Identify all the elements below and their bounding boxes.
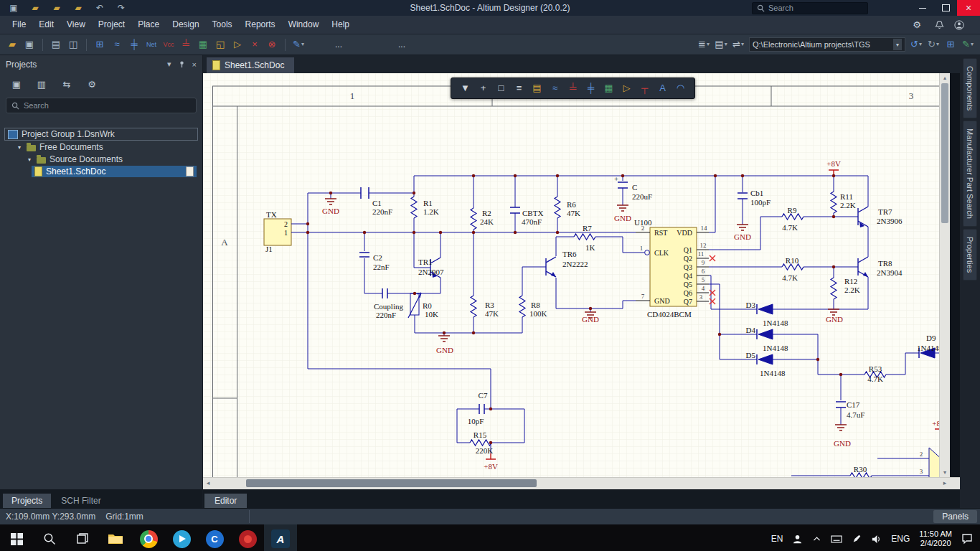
select-area-icon[interactable]: □: [494, 80, 508, 97]
vertical-scroll-thumb[interactable]: [941, 83, 948, 223]
tree-item-project-group[interactable]: Project Group 1.DsnWrk: [4, 128, 198, 141]
tree-item-source-documents[interactable]: ▾ Source Documents: [4, 154, 198, 165]
sheet-symbol-icon[interactable]: ◱: [212, 36, 228, 53]
telegram-button[interactable]: [165, 524, 198, 551]
tree-item-sheet1-schdoc[interactable]: Sheet1.SchDoc: [32, 166, 197, 177]
compare-icon[interactable]: ⇆: [59, 76, 75, 93]
red-app-button[interactable]: [231, 524, 264, 551]
minimize-button[interactable]: [911, 0, 934, 16]
action-center-icon[interactable]: [961, 533, 973, 545]
back-icon[interactable]: ↺▾: [908, 36, 924, 53]
compile-mask-icon[interactable]: ⊗: [264, 36, 280, 53]
place-part-icon[interactable]: ▦: [195, 36, 211, 53]
expand-arrow-icon[interactable]: ▾: [16, 144, 23, 151]
open-document-icon[interactable]: ▰: [4, 36, 20, 53]
move-icon[interactable]: +: [476, 80, 490, 97]
touch-keyboard-icon[interactable]: [831, 534, 842, 544]
recent-documents-icon[interactable]: ▰: [70, 0, 86, 16]
menu-window[interactable]: Window: [282, 16, 326, 34]
pin-icon[interactable]: [178, 60, 186, 68]
panel-tab-components[interactable]: Components: [963, 58, 977, 118]
file-explorer-button[interactable]: [99, 524, 132, 551]
print-icon[interactable]: ▤: [48, 36, 64, 53]
schematic-canvas[interactable]: 123ATX21J1GNDC1220nFR11.2KR224KCBTX470nF…: [203, 73, 950, 477]
notifications-bell-icon[interactable]: [935, 20, 944, 29]
place-wire-icon[interactable]: ≈: [109, 36, 125, 53]
open-folder-icon[interactable]: ▰: [49, 0, 65, 16]
align-icon[interactable]: ≡: [512, 80, 526, 97]
no-erc-icon[interactable]: ×: [247, 36, 263, 53]
scroll-up-icon[interactable]: ▴: [943, 73, 946, 83]
annotate-icon[interactable]: ✎▾: [291, 36, 306, 53]
scroll-left-icon[interactable]: ◂: [203, 478, 213, 489]
task-view-button[interactable]: [66, 524, 99, 551]
dropdown-arrow-icon[interactable]: ▾: [707, 36, 710, 53]
save-icon[interactable]: ▣: [6, 0, 22, 16]
scroll-right-icon[interactable]: ▸: [940, 478, 950, 489]
menu-place[interactable]: Place: [131, 16, 166, 34]
tab-sch-filter[interactable]: SCH Filter: [52, 494, 109, 508]
document-tab-sheet1[interactable]: Sheet1.SchDoc: [207, 57, 294, 73]
input-language-code[interactable]: ENG: [891, 534, 910, 544]
vcc-port-icon[interactable]: Vcc: [161, 36, 176, 53]
reuse-block-icon[interactable]: ▤: [530, 80, 544, 97]
place-text-icon[interactable]: A: [656, 80, 669, 97]
expand-arrow-icon[interactable]: ▾: [26, 156, 33, 163]
toolbar-overflow[interactable]: ...: [335, 39, 342, 50]
dropdown-arrow-icon[interactable]: ▾: [971, 36, 974, 53]
place-gnd-icon[interactable]: ╧: [566, 80, 580, 97]
menu-tools[interactable]: Tools: [206, 16, 239, 34]
combo-dropdown-icon[interactable]: ▾: [893, 39, 902, 50]
settings-gear-icon[interactable]: ⚙: [909, 17, 925, 34]
tab-projects[interactable]: Projects: [3, 494, 51, 508]
save-icon[interactable]: ▣: [22, 36, 37, 53]
menu-edit[interactable]: Edit: [32, 16, 60, 34]
copy-icon[interactable]: ▥: [34, 76, 50, 93]
snap-settings-icon[interactable]: ▤▾: [713, 36, 729, 53]
maximize-button[interactable]: [934, 0, 957, 16]
gnd-port-icon[interactable]: ╧: [178, 36, 194, 53]
place-power-port-icon[interactable]: ┬: [638, 80, 651, 97]
place-port-icon[interactable]: ▷: [620, 80, 633, 97]
forward-icon[interactable]: ↻▾: [925, 36, 941, 53]
horizontal-scrollbar[interactable]: ◂ ▸: [203, 477, 960, 489]
input-language-short[interactable]: EN: [771, 534, 783, 544]
tab-editor[interactable]: Editor: [204, 494, 247, 508]
pen-icon[interactable]: [852, 534, 862, 544]
panel-close-icon[interactable]: ×: [192, 60, 197, 69]
place-bus-icon[interactable]: ╪: [584, 80, 598, 97]
c-app-button[interactable]: C: [198, 524, 231, 551]
edit-document-icon[interactable]: ✎▾: [960, 36, 976, 53]
place-part-icon[interactable]: ▦: [602, 80, 616, 97]
scroll-down-icon[interactable]: ▾: [943, 468, 946, 477]
dropdown-arrow-icon[interactable]: ▾: [725, 36, 727, 53]
save-all-icon[interactable]: ▣: [9, 76, 24, 93]
vertical-scrollbar[interactable]: ▴ ▾: [939, 73, 950, 477]
chrome-button[interactable]: [132, 524, 165, 551]
people-icon[interactable]: [792, 534, 803, 545]
new-document-icon[interactable]: ⊞: [943, 36, 958, 53]
close-button[interactable]: ×: [957, 0, 980, 16]
dropdown-arrow-icon[interactable]: ▾: [936, 36, 939, 53]
taskbar-clock[interactable]: 11:50 AM 2/4/2020: [919, 529, 952, 548]
global-search-input[interactable]: Search: [752, 2, 868, 14]
project-path-combo[interactable]: Q:\Electronic\Altium projects\TGS ▾: [749, 37, 905, 52]
cursor-settings-icon[interactable]: ⇌▾: [730, 36, 746, 53]
port-icon[interactable]: ▷: [230, 36, 245, 53]
panel-tab-manufacturer-part-search[interactable]: Manufacturer Part Search: [963, 121, 977, 227]
chevron-up-icon[interactable]: [812, 534, 821, 544]
tree-item-free-documents[interactable]: ▾ Free Documents: [4, 141, 198, 153]
panel-dropdown-icon[interactable]: ▾: [167, 60, 171, 69]
filter-icon[interactable]: ▼: [458, 80, 472, 97]
place-arc-icon[interactable]: ◠: [674, 80, 687, 97]
toolbar-overflow[interactable]: ...: [398, 39, 405, 50]
menu-file[interactable]: File: [6, 16, 32, 34]
place-bus-icon[interactable]: ╪: [126, 36, 142, 53]
place-wire-icon[interactable]: ≈: [548, 80, 562, 97]
menu-help[interactable]: Help: [325, 16, 356, 34]
speaker-icon[interactable]: [871, 534, 882, 545]
menu-view[interactable]: View: [60, 16, 92, 34]
horizontal-scroll-thumb[interactable]: [246, 479, 537, 487]
document-options-icon[interactable]: ⊞: [92, 36, 108, 53]
open-project-icon[interactable]: ▰: [27, 0, 43, 16]
